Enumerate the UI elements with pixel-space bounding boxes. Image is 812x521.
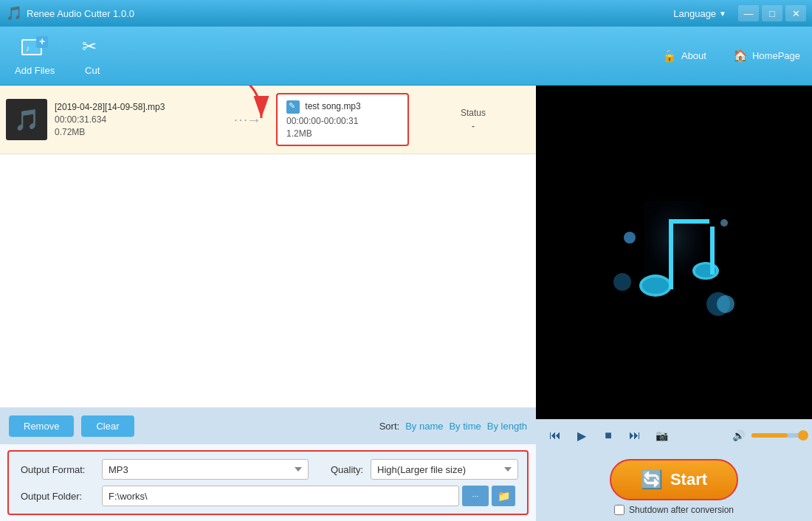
browse-button[interactable]: ··· [462, 486, 489, 506]
source-size: 0.72MB [55, 127, 217, 137]
svg-rect-7 [644, 201, 703, 275]
file-list: 🎵 [2019-04-28][14-09-58].mp3 00:00:31.63… [0, 86, 536, 408]
player-controls: ⏮ ▶ ■ ⏭ 📷 🔊 [536, 419, 812, 452]
cut-label: Cut [85, 65, 100, 76]
svg-point-16 [720, 219, 728, 227]
svg-text:+: + [39, 36, 45, 47]
start-label: Start [670, 470, 707, 489]
screenshot-button[interactable]: 📷 [651, 425, 672, 446]
shutdown-checkbox[interactable] [614, 505, 625, 515]
toolbar: ♪ + Add Files ✂ Cut 🔒 About 🏠 HomePage [0, 27, 812, 86]
language-dropdown-icon: ▼ [719, 10, 726, 18]
about-label: About [681, 50, 706, 61]
about-button[interactable]: 🔒 About [656, 46, 712, 66]
folder-row: Output Folder: ··· 📁 [21, 486, 515, 506]
svg-rect-14 [710, 227, 715, 275]
toolbar-left: ♪ + Add Files ✂ Cut [6, 32, 656, 80]
preview-area [536, 86, 812, 419]
cut-button[interactable]: ✂ Cut [66, 32, 118, 80]
volume-fill [751, 433, 788, 438]
shutdown-label: Shutdown after conversion [629, 505, 734, 515]
sort-label: Sort: [379, 421, 399, 432]
skip-forward-button[interactable]: ⏭ [625, 425, 645, 446]
folder-input-wrap: ··· 📁 [102, 486, 515, 506]
arrow-area: ⋯→ [217, 111, 276, 128]
add-files-button[interactable]: ♪ + Add Files [6, 32, 63, 80]
svg-rect-10 [669, 219, 673, 289]
add-files-label: Add Files [15, 65, 55, 76]
start-button[interactable]: 🔄 Start [610, 459, 738, 500]
start-area: 🔄 Start Shutdown after conversion [536, 452, 812, 521]
output-folder-input[interactable] [102, 486, 459, 506]
file-source-info: [2019-04-28][14-09-58].mp3 00:00:31.634 … [55, 102, 217, 137]
output-format-select[interactable]: MP3 WAV AAC FLAC OGG WMA [102, 459, 309, 480]
red-arrow-pointer [232, 86, 276, 128]
sort-area: Sort: By name By time By length [379, 421, 527, 432]
output-format-label: Output Format: [21, 464, 94, 475]
svg-rect-11 [669, 219, 709, 224]
sort-by-length[interactable]: By length [487, 421, 527, 432]
quality-label: Quality: [331, 464, 363, 475]
svg-point-9 [642, 277, 669, 294]
format-row: Output Format: MP3 WAV AAC FLAC OGG WMA … [21, 459, 515, 480]
quality-select[interactable]: High(Larger file size) Medium Low [371, 459, 518, 480]
title-bar-controls: Language ▼ — □ ✕ [673, 5, 806, 21]
language-selector[interactable]: Language ▼ [673, 8, 726, 19]
stop-button[interactable]: ■ [598, 425, 619, 446]
cut-icon: ✂ [80, 36, 104, 62]
output-file-box[interactable]: test song.mp3 00:00:00-00:00:31 1.2MB [276, 93, 409, 146]
minimize-button[interactable]: — [738, 5, 759, 21]
title-bar: 🎵 Renee Audio Cutter 1.0.0 Language ▼ — … [0, 0, 812, 27]
homepage-button[interactable]: 🏠 HomePage [727, 46, 806, 66]
svg-point-19 [717, 295, 734, 313]
output-size: 1.2MB [286, 128, 399, 139]
svg-text:✂: ✂ [82, 36, 97, 56]
app-title: Renee Audio Cutter 1.0.0 [27, 8, 673, 19]
remove-button[interactable]: Remove [9, 415, 74, 437]
bottom-controls: Remove Clear Sort: By name By time By le… [0, 408, 536, 444]
source-duration: 00:00:31.634 [55, 114, 217, 125]
volume-thumb[interactable] [798, 430, 808, 441]
close-button[interactable]: ✕ [785, 5, 806, 21]
svg-point-17 [613, 273, 631, 291]
maximize-button[interactable]: □ [762, 5, 782, 21]
left-panel: 🎵 [2019-04-28][14-09-58].mp3 00:00:31.63… [0, 86, 536, 521]
clear-button[interactable]: Clear [81, 415, 134, 437]
volume-icon[interactable]: 🔊 [728, 425, 749, 446]
svg-text:♪: ♪ [26, 44, 30, 52]
language-label: Language [673, 8, 716, 19]
open-folder-button[interactable]: 📁 [492, 486, 515, 506]
status-area: Status - [416, 108, 530, 131]
toolbar-right: 🔒 About 🏠 HomePage [656, 46, 806, 66]
play-button[interactable]: ▶ [571, 425, 592, 446]
main-area: 🎵 [2019-04-28][14-09-58].mp3 00:00:31.63… [0, 86, 812, 521]
music-note-graphic [600, 179, 748, 326]
svg-point-15 [624, 232, 636, 244]
output-settings: Output Format: MP3 WAV AAC FLAC OGG WMA … [7, 450, 529, 515]
home-icon: 🏠 [733, 49, 748, 63]
file-thumbnail: 🎵 [6, 99, 47, 140]
lock-icon: 🔒 [662, 49, 677, 63]
skip-back-button[interactable]: ⏮ [545, 425, 565, 446]
output-filename: test song.mp3 [286, 100, 399, 114]
status-label: Status [416, 108, 530, 118]
shutdown-row: Shutdown after conversion [614, 505, 734, 515]
homepage-label: HomePage [752, 50, 800, 61]
volume-slider[interactable] [751, 433, 803, 438]
output-time-range: 00:00:00-00:00:31 [286, 116, 399, 126]
start-refresh-icon: 🔄 [641, 469, 663, 490]
sort-by-time[interactable]: By time [449, 421, 481, 432]
right-panel: ⏮ ▶ ■ ⏭ 📷 🔊 🔄 Start Shutdown after conve… [536, 86, 812, 521]
add-files-icon: ♪ + [21, 36, 48, 62]
status-value: - [416, 121, 530, 131]
table-row[interactable]: 🎵 [2019-04-28][14-09-58].mp3 00:00:31.63… [0, 86, 536, 154]
source-filename: [2019-04-28][14-09-58].mp3 [55, 102, 217, 112]
app-logo: 🎵 [6, 5, 22, 21]
sort-by-name[interactable]: By name [405, 421, 443, 432]
file-edit-icon [286, 100, 300, 114]
volume-area: 🔊 [728, 425, 803, 446]
output-folder-label: Output Folder: [21, 491, 94, 502]
